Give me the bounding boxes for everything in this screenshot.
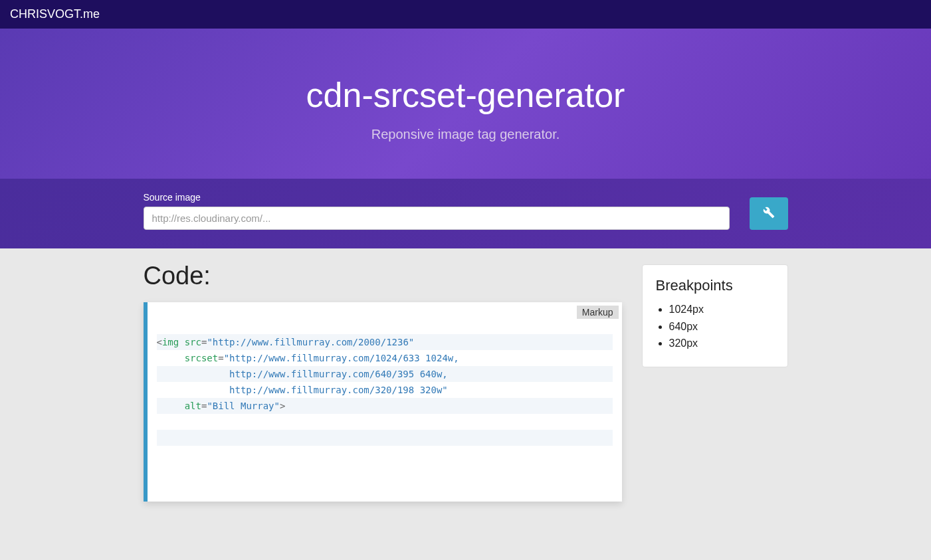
brand-link[interactable]: CHRISVOGT.me — [10, 7, 100, 21]
page-subtitle: Reponsive image tag generator. — [0, 127, 931, 142]
form-band: Source image — [0, 179, 931, 248]
content: Code: Markup <img src="http://www.fillmu… — [0, 248, 931, 515]
breakpoints-list: 1024px640px320px — [656, 301, 774, 352]
source-image-input[interactable] — [144, 207, 730, 230]
main-column: Code: Markup <img src="http://www.fillmu… — [144, 262, 622, 502]
code-panel: Markup <img src="http://www.fillmurray.c… — [144, 302, 622, 502]
breakpoint-item: 320px — [669, 335, 774, 352]
page-title: cdn-srcset-generator — [0, 75, 931, 115]
tools-icon — [763, 207, 775, 221]
code-language-badge: Markup — [577, 306, 619, 319]
generate-button[interactable] — [750, 197, 788, 230]
navbar: CHRISVOGT.me — [0, 0, 931, 29]
breakpoints-panel: Breakpoints 1024px640px320px — [642, 264, 788, 367]
breakpoints-heading: Breakpoints — [656, 277, 774, 294]
code-body: <img src="http://www.fillmurray.com/2000… — [148, 302, 622, 502]
code-heading: Code: — [144, 262, 622, 290]
source-image-label: Source image — [144, 192, 730, 203]
breakpoint-item: 1024px — [669, 301, 774, 318]
breakpoint-item: 640px — [669, 318, 774, 335]
hero: cdn-srcset-generator Reponsive image tag… — [0, 29, 931, 179]
